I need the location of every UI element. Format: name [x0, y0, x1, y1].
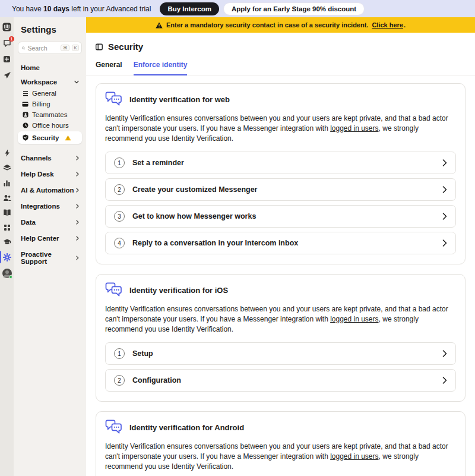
- step-number: 2: [114, 375, 125, 386]
- shield-icon: [22, 134, 28, 141]
- warning-triangle-icon: [156, 22, 163, 29]
- messenger-bubbles-icon: [105, 420, 122, 435]
- logged-in-users-link[interactable]: logged in users: [330, 124, 378, 133]
- sidebar-item-proactive-support[interactable]: Proactive Support: [18, 248, 82, 267]
- bar-chart-icon: [3, 179, 11, 187]
- academy-nav[interactable]: [2, 238, 11, 247]
- logged-in-users-link[interactable]: logged in users: [330, 315, 378, 323]
- sidebar-item-office-hours[interactable]: Office hours: [18, 120, 82, 131]
- graduation-cap-icon: [3, 238, 11, 246]
- early-stage-discount-button[interactable]: Apply for an Early Stage 90% discount: [223, 2, 365, 15]
- tab-general[interactable]: General: [96, 61, 122, 75]
- logged-in-users-link[interactable]: logged in users: [330, 452, 378, 461]
- step-create-customized-messenger[interactable]: 2 Create your customized Messenger: [105, 178, 456, 201]
- panel-layout-icon[interactable]: [96, 43, 103, 51]
- online-status-dot: [9, 275, 12, 279]
- page-title: Security: [108, 42, 143, 52]
- sidebar-search[interactable]: ⌘ K: [18, 42, 82, 54]
- step-ios-configuration[interactable]: 2 Configuration: [105, 369, 456, 392]
- sidebar-item-ai-automation[interactable]: AI & Automation: [18, 184, 82, 196]
- credit-card-icon: [22, 102, 28, 107]
- notification-badge: 1: [9, 36, 14, 42]
- step-number: 4: [114, 238, 125, 248]
- card-title: Identity verification for iOS: [129, 286, 228, 295]
- sidebar-item-help-center[interactable]: Help Center: [18, 232, 82, 244]
- chevron-right-icon: [76, 204, 79, 209]
- sidebar-item-integrations[interactable]: Integrations: [18, 200, 82, 212]
- step-set-a-reminder[interactable]: 1 Set a reminder: [105, 152, 456, 174]
- sidebar-item-teammates[interactable]: Teammates: [18, 109, 82, 120]
- k-key-badge: K: [72, 45, 79, 52]
- gear-icon: [3, 253, 11, 261]
- knowledge-nav[interactable]: [2, 208, 11, 217]
- cmd-key-badge: ⌘: [61, 45, 69, 52]
- card-identity-verification-web: Identity verification for web Identity V…: [96, 83, 466, 264]
- chevron-right-icon: [442, 377, 447, 384]
- tab-bar: General Enforce identity: [86, 52, 475, 75]
- security-contact-banner: Enter a mandatory security contact in ca…: [86, 17, 475, 33]
- step-number: 2: [114, 184, 125, 195]
- sidebar-item-home[interactable]: Home: [18, 62, 82, 74]
- tab-enforce-identity[interactable]: Enforce identity: [134, 61, 188, 75]
- contacts-nav[interactable]: [2, 193, 11, 202]
- chevron-right-icon: [76, 156, 79, 160]
- chevron-right-icon: [76, 188, 79, 193]
- search-input[interactable]: [27, 45, 58, 52]
- card-identity-verification-android: Identity verification for Android Identi…: [96, 411, 466, 476]
- automation-nav[interactable]: [2, 149, 11, 157]
- tab-content: Identity verification for web Identity V…: [86, 75, 475, 476]
- sidebar-item-channels[interactable]: Channels: [18, 152, 82, 164]
- sidebar-item-data[interactable]: Data: [18, 216, 82, 228]
- tickets-icon: [3, 55, 11, 63]
- card-title: Identity verification for Android: [129, 423, 244, 432]
- chevron-right-icon: [76, 236, 79, 241]
- avatar-head: [5, 270, 9, 274]
- card-title: Identity verification for web: [129, 95, 230, 104]
- card-identity-verification-ios: Identity verification for iOS Identity V…: [96, 274, 466, 402]
- sidebar-title: Settings: [21, 24, 82, 34]
- settings-sidebar: Settings ⌘ K Home Workspace General: [14, 17, 86, 476]
- step-reply-conversation-inbox[interactable]: 4 Reply to a conversation in your Interc…: [105, 232, 456, 254]
- chevron-right-icon: [442, 350, 447, 357]
- intercom-logo-icon: [2, 23, 11, 31]
- chevron-down-icon: [74, 80, 79, 84]
- settings-nav[interactable]: [2, 253, 11, 261]
- clock-icon: [22, 122, 28, 128]
- buy-intercom-button[interactable]: Buy Intercom: [160, 2, 219, 15]
- chevron-right-icon: [76, 172, 79, 176]
- intercom-logo[interactable]: [2, 23, 11, 31]
- step-ios-setup[interactable]: 1 Setup: [105, 342, 456, 365]
- sidebar-item-general[interactable]: General: [18, 88, 82, 99]
- outbound-nav[interactable]: [2, 71, 11, 80]
- lightning-icon: [4, 149, 11, 157]
- paper-plane-icon: [3, 71, 11, 80]
- trial-message: You have 10 days left in your Advanced t…: [12, 5, 151, 13]
- apps-nav[interactable]: [2, 223, 11, 232]
- chevron-right-icon: [76, 256, 79, 260]
- sidebar-item-workspace[interactable]: Workspace: [18, 76, 82, 88]
- step-number: 1: [114, 348, 125, 359]
- card-description: Identity Verification ensures conversati…: [105, 114, 456, 144]
- chevron-right-icon: [442, 213, 447, 220]
- banner-message: Enter a mandatory security contact in ca…: [166, 21, 369, 29]
- banner-click-here-link[interactable]: Click here: [372, 21, 403, 29]
- book-icon: [3, 209, 11, 216]
- reports-nav[interactable]: [2, 178, 11, 187]
- user-avatar[interactable]: [2, 269, 12, 278]
- step-number: 1: [114, 157, 125, 168]
- sidebar-sections: Channels Help Desk AI & Automation Integ…: [18, 148, 82, 267]
- layers-nav[interactable]: [2, 163, 11, 172]
- list-icon: [22, 91, 28, 96]
- inbox-nav[interactable]: 1: [2, 39, 11, 48]
- chevron-right-icon: [442, 186, 447, 193]
- sidebar-item-help-desk[interactable]: Help Desk: [18, 168, 82, 180]
- people-icon: [3, 194, 11, 201]
- sidebar-item-billing[interactable]: Billing: [18, 99, 82, 109]
- person-badge-icon: [22, 112, 28, 118]
- trial-bar: You have 10 days left in your Advanced t…: [0, 0, 475, 17]
- tickets-nav[interactable]: [2, 55, 11, 64]
- chevron-right-icon: [76, 220, 79, 225]
- card-description: Identity Verification ensures conversati…: [105, 442, 456, 472]
- sidebar-item-security[interactable]: Security: [18, 131, 82, 144]
- step-how-messenger-works[interactable]: 3 Get to know how Messenger works: [105, 205, 456, 228]
